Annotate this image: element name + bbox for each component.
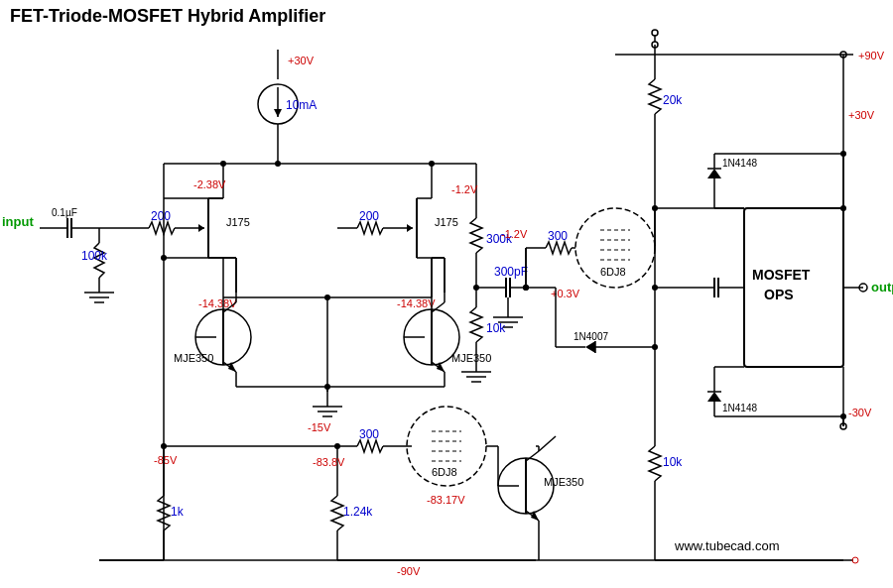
d1n4007-label: 1N4007 — [574, 331, 608, 342]
svg-marker-21 — [198, 224, 204, 232]
v90p-label: +90V — [858, 50, 885, 61]
d1n4148-top-label: 1N4148 — [722, 158, 757, 169]
watermark: www.tubecad.com — [674, 538, 780, 553]
svg-point-192 — [161, 255, 167, 261]
mosfet-ops-label2: OPS — [764, 287, 794, 302]
svg-point-109 — [334, 443, 340, 449]
svg-marker-31 — [274, 109, 282, 117]
svg-marker-170 — [707, 392, 721, 402]
r200-left-label: 200 — [151, 209, 171, 223]
v12n2-label: -1.2V — [501, 228, 528, 240]
r200-right-label: 200 — [359, 209, 379, 223]
schematic: FET-Triode-MOSFET Hybrid Amplifier +90V … — [0, 0, 893, 588]
v238n-label: -2.38V — [193, 178, 226, 190]
v8317n-label: -83.17V — [427, 494, 465, 506]
input-label: input — [2, 214, 34, 229]
svg-line-126 — [539, 436, 556, 451]
mje350-br-label: MJE350 — [451, 352, 491, 364]
mosfet-ops-label1: MOSFET — [752, 267, 811, 283]
mje350-bot-label: MJE350 — [544, 476, 583, 488]
r300-right-label: 300 — [548, 229, 568, 243]
t6dj8-bot-label: 6DJ8 — [432, 466, 457, 478]
v838n-label: -83.8V — [313, 456, 345, 468]
cap-input-label: 0.1µF — [52, 207, 77, 218]
output-label: output — [871, 280, 893, 294]
d1n4148-bot-label: 1N4148 — [722, 403, 757, 413]
c300pf-label: 300pF — [494, 265, 528, 279]
v90n-label: -90V — [397, 565, 421, 577]
v12n-label: -1.2V — [451, 183, 478, 195]
r100k-label: 100k — [81, 249, 108, 263]
v30p-label: +30V — [288, 55, 315, 66]
schematic-title: FET-Triode-MOSFET Hybrid Amplifier — [10, 6, 325, 26]
r1k-label: 1k — [171, 505, 185, 519]
svg-point-204 — [220, 161, 226, 167]
svg-point-35 — [275, 161, 281, 167]
t6dj8-top-label: 6DJ8 — [600, 266, 626, 278]
v85n-label: -85V — [154, 454, 178, 466]
r10k-right-label: 10k — [663, 455, 683, 469]
svg-point-184 — [652, 344, 658, 350]
v15n-label: -15V — [308, 421, 331, 433]
svg-marker-40 — [407, 224, 413, 232]
v30p-right-label: +30V — [848, 109, 875, 121]
mosfet-ops-box — [744, 208, 843, 367]
r20k-label: 20k — [663, 93, 683, 107]
j175-right-label: J175 — [435, 216, 458, 228]
r124k-label: 1.24k — [343, 505, 373, 519]
r10k-mid-label: 10k — [486, 321, 506, 335]
v1438n-left-label: -14.38V — [198, 297, 237, 309]
svg-marker-161 — [707, 169, 721, 178]
r300-bot-label: 300 — [359, 427, 379, 441]
j175-left-label: J175 — [226, 216, 250, 228]
svg-marker-176 — [585, 341, 595, 353]
mje350-bl-label: MJE350 — [174, 352, 213, 364]
v30n-right-label: -30V — [848, 407, 872, 418]
i10ma-label: 10mA — [286, 98, 317, 112]
v1438n-right-label: -14.38V — [397, 297, 436, 309]
